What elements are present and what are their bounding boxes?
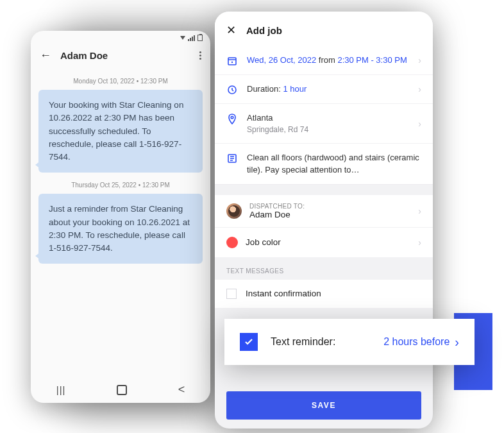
chevron-right-icon: › <box>418 84 421 94</box>
android-nav-bar: ||| < <box>31 374 210 403</box>
svg-rect-0 <box>228 58 236 65</box>
chevron-right-icon: › <box>455 335 459 350</box>
checkbox-checked[interactable] <box>240 333 258 351</box>
location-city: Atlanta <box>247 112 409 124</box>
nav-recents-icon[interactable]: ||| <box>56 384 66 395</box>
notes-icon <box>226 152 238 164</box>
messaging-app: ← Adam Doe Monday Oct 10, 2022 • 12:30 P… <box>31 31 210 403</box>
duration-value: 1 hour <box>283 84 307 94</box>
dispatched-name: Adam Doe <box>249 210 410 219</box>
nav-home-icon[interactable] <box>117 385 127 395</box>
notes-row[interactable]: Clean all floors (hardwood) and stairs (… <box>215 144 433 183</box>
chevron-right-icon: › <box>418 206 421 216</box>
svg-point-1 <box>231 62 233 63</box>
calendar-icon <box>226 55 238 66</box>
dispatched-label: DISPATCHED TO: <box>249 203 410 210</box>
back-arrow-icon[interactable]: ← <box>40 49 51 62</box>
datetime-row[interactable]: Wed, 26 Oct, 2022 from 2:30 PM - 3:30 PM… <box>215 46 433 75</box>
screen-header: ✕ Add job <box>215 12 433 46</box>
battery-icon <box>197 35 203 41</box>
chevron-right-icon: › <box>418 55 421 65</box>
status-bar <box>31 31 210 42</box>
chat-body: Monday Oct 10, 2022 • 12:30 PM Your book… <box>31 69 210 374</box>
location-address: Springdale, Rd 74 <box>247 124 409 135</box>
nav-back-icon[interactable]: < <box>178 383 185 396</box>
close-icon[interactable]: ✕ <box>226 23 236 37</box>
job-color-label: Job color <box>246 237 410 247</box>
chevron-right-icon: › <box>418 237 421 248</box>
color-swatch <box>226 237 238 248</box>
wifi-icon <box>180 36 185 40</box>
more-options-icon[interactable] <box>199 51 201 60</box>
job-time: 2:30 PM - 3:30 PM <box>337 55 407 65</box>
contact-name: Adam Doe <box>60 50 190 61</box>
message-timestamp: Thursday Oct 25, 2022 • 12:30 PM <box>38 182 203 189</box>
signal-icon <box>188 35 195 41</box>
message-bubble: Your booking with Star Cleaning on 10.26… <box>38 90 203 173</box>
location-row[interactable]: Atlanta Springdale, Rd 74 › <box>215 104 433 144</box>
text-messages-section-label: TEXT MESSAGES <box>215 257 433 280</box>
duration-row[interactable]: Duration: 1 hour › <box>215 75 433 104</box>
clock-icon <box>226 83 238 95</box>
checkbox-unchecked[interactable] <box>226 289 237 299</box>
job-color-row[interactable]: Job color › <box>215 228 433 257</box>
chevron-right-icon: › <box>418 119 421 129</box>
job-date: Wed, 26 Oct, 2022 <box>247 55 316 65</box>
chat-header: ← Adam Doe <box>31 42 210 69</box>
message-timestamp: Monday Oct 10, 2022 • 12:30 PM <box>38 78 203 85</box>
message-bubble: Just a reminder from Star Cleaning about… <box>38 194 203 264</box>
location-pin-icon <box>226 112 238 125</box>
job-notes: Clean all floors (hardwood) and stairs (… <box>247 152 421 175</box>
save-button[interactable]: SAVE <box>226 391 421 420</box>
text-reminder-value[interactable]: 2 hours before › <box>383 335 459 350</box>
instant-confirmation-label: Instant confirmation <box>246 289 321 298</box>
page-title: Add job <box>246 25 282 36</box>
text-reminder-label: Text reminder: <box>271 336 371 348</box>
dispatched-to-row[interactable]: DISPATCHED TO: Adam Doe › <box>215 195 433 228</box>
instant-confirmation-row[interactable]: Instant confirmation <box>215 280 433 309</box>
svg-point-3 <box>231 117 233 119</box>
text-reminder-card[interactable]: Text reminder: 2 hours before › <box>224 319 475 365</box>
avatar <box>226 203 242 219</box>
add-job-screen: ✕ Add job Wed, 26 Oct, 2022 from 2:30 PM… <box>215 12 433 429</box>
